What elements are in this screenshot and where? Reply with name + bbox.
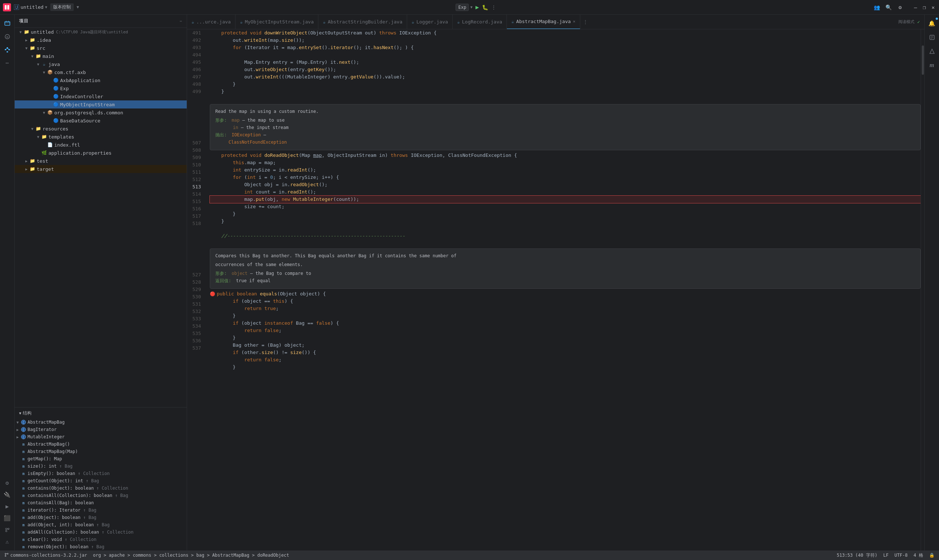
vcs-label[interactable]: 版本控制 <box>50 3 74 11</box>
status-readonly[interactable]: 🔒 <box>929 552 934 558</box>
struct-containsall-col[interactable]: ▶ m containsAll(Collection): boolean ↑ B… <box>15 492 187 499</box>
scrollbar-track[interactable] <box>920 29 924 551</box>
tab-abstractsb[interactable]: ☕ AbstractStringBuilder.java <box>318 15 407 29</box>
struct-containsall-bag[interactable]: ▶ m containsAll(Bag): boolean <box>15 499 187 506</box>
struct-remove[interactable]: ▶ m remove(Object): boolean ↑ Bag <box>15 543 187 551</box>
sidebar-icon-settings[interactable]: ⚙ <box>2 477 13 489</box>
struct-mutableinteger[interactable]: ▶ C MutableInteger <box>15 433 187 440</box>
struct-addall[interactable]: ▶ m addAll(Collection): boolean ↑ Collec… <box>15 528 187 536</box>
struct-add-obj[interactable]: ▶ m add(Object): boolean ↑ Bag <box>15 514 187 521</box>
struct-constructor2[interactable]: ▶ m AbstractMapBag(Map) <box>15 448 187 455</box>
settings-icon[interactable]: ⚙ <box>896 4 904 11</box>
tab-logger-icon: ☕ <box>412 19 414 25</box>
ln-doc3 <box>187 110 201 117</box>
right-sidebar-icon-m[interactable]: m <box>926 59 938 71</box>
sidebar-icon-run[interactable]: ▶ <box>2 501 13 512</box>
struct-getcount[interactable]: ▶ m getCount(Object): int ↑ Bag <box>15 477 187 485</box>
tree-item-src[interactable]: ▼ 📁 src <box>15 44 187 52</box>
search-icon[interactable]: 🔍 <box>885 4 892 11</box>
tree-item-exp[interactable]: ▶ 🔵 Exp <box>15 84 187 92</box>
tree-item-package-ctf[interactable]: ▼ 📦 com.ctf.axb <box>15 68 187 76</box>
struct-iterator[interactable]: ▶ m iterator(): Iterator ↑ Bag <box>15 506 187 514</box>
tree-item-package-pg[interactable]: ▼ 📦 org.postgresql.ds.common <box>15 108 187 117</box>
struct-bagiterator[interactable]: ▶ C BagIterator <box>15 426 187 433</box>
file-tree-options[interactable]: ⋯ <box>180 19 182 23</box>
code-line-496: out.writeObject(entry.getKey()); <box>210 66 920 73</box>
struct-clear[interactable]: ▶ m clear(): void ↑ Collection <box>15 536 187 543</box>
tree-item-main[interactable]: ▼ 📁 main <box>15 52 187 60</box>
right-sidebar-icon-2[interactable] <box>926 45 938 57</box>
sidebar-icon-problems[interactable]: ⚠ <box>2 536 13 548</box>
tree-label-pg: org.postgresql.ds.common <box>54 110 123 115</box>
tab-close-icon[interactable]: ✕ <box>573 19 575 24</box>
package-icon-pg: 📦 <box>47 109 53 115</box>
ln-534: 534 <box>187 323 201 330</box>
tree-item-idea[interactable]: ▶ 📁 .idea <box>15 36 187 44</box>
encoding-text: UTF-8 <box>894 553 907 558</box>
close-button[interactable]: ✕ <box>930 5 936 10</box>
tree-item-java[interactable]: ▼ ☕ java <box>15 60 187 68</box>
project-title[interactable]: 🇺 untitled ▼ <box>14 5 47 10</box>
people-icon[interactable]: 👥 <box>873 4 880 11</box>
more-run-options[interactable]: ⋮ <box>491 5 496 10</box>
scrollbar-thumb[interactable] <box>922 45 924 75</box>
sidebar-icon-project[interactable] <box>2 18 13 29</box>
run-dropdown-icon[interactable]: ▼ <box>470 5 472 9</box>
tabs-more-button[interactable]: ⋮ <box>580 19 591 25</box>
tab-myobject[interactable]: ☕ MyObjectInputStream.java <box>236 15 318 29</box>
tree-item-index[interactable]: ▶ 🔵 IndexController <box>15 92 187 100</box>
status-lineending[interactable]: LF <box>883 552 888 558</box>
tree-item-target[interactable]: ▶ 📁 target <box>15 165 187 173</box>
notification-icon[interactable]: 🔔 <box>926 18 938 29</box>
reader-mode-label[interactable]: 阅读模式 <box>898 19 914 25</box>
structure-header[interactable]: ▼ 结构 <box>15 408 187 418</box>
struct-isempty-icon: m <box>20 471 26 477</box>
svg-text:C: C <box>23 428 25 432</box>
tree-item-test[interactable]: ▶ 📁 test <box>15 157 187 165</box>
tree-item-appprops[interactable]: ▶ 🌿 application.properties <box>15 149 187 157</box>
tree-item-base[interactable]: ▶ 🔵 BaseDataSource <box>15 117 187 125</box>
status-breadcrumb[interactable]: org > apache > commons > collections > b… <box>93 553 290 558</box>
code-area[interactable]: protected void downWriteObject(ObjectOut… <box>205 29 920 551</box>
tree-item-templates[interactable]: ▼ 📁 templates <box>15 133 187 141</box>
struct-constructor1[interactable]: ▶ m AbstractMapBag() <box>15 440 187 448</box>
sidebar-icon-bookmarks[interactable]: m <box>2 31 13 43</box>
struct-isempty[interactable]: ▶ m isEmpty(): boolean ↑ Collection <box>15 470 187 477</box>
sidebar-icon-git[interactable] <box>2 524 13 536</box>
maximize-button[interactable]: ❐ <box>921 5 927 10</box>
ln-511: 511 <box>187 169 201 176</box>
struct-root-class[interactable]: ▼ C AbstractMapBag <box>15 418 187 426</box>
struct-getmap[interactable]: ▶ m getMap(): Map <box>15 455 187 463</box>
minimize-button[interactable]: — <box>913 5 919 10</box>
struct-contains[interactable]: ▶ m contains(Object): boolean ↑ Collecti… <box>15 485 187 492</box>
tree-item-axb[interactable]: ▶ 🔵 AxbApplication <box>15 76 187 84</box>
status-encoding[interactable]: UTF-8 <box>894 552 907 558</box>
tree-item-resources[interactable]: ▼ 📁 resources <box>15 125 187 133</box>
struct-constructor2-icon: m <box>20 449 26 454</box>
debug-button[interactable]: 🐛 <box>482 5 488 10</box>
struct-size[interactable]: ▶ m size(): int ↑ Bag <box>15 463 187 470</box>
status-indent[interactable]: 4 格 <box>914 552 923 558</box>
tree-item-untitled[interactable]: ▼ 📁 untitled C:\CTF\00 Java题目环境\untitled <box>15 28 187 36</box>
run-button[interactable]: ▶ <box>475 4 479 11</box>
struct-add-int[interactable]: ▶ m add(Object, int): boolean ↑ Bag <box>15 521 187 528</box>
run-controls: Exp ▼ <box>456 4 472 11</box>
status-git[interactable]: commons-collections-3.2.2.jar <box>5 553 87 558</box>
ln-492: 492 <box>187 37 201 44</box>
status-position[interactable]: 513:53 (40 字符) <box>837 552 877 558</box>
run-config-select[interactable]: Exp <box>456 4 469 11</box>
sidebar-icon-more[interactable]: ⋯ <box>2 57 13 69</box>
tab-logger[interactable]: ☕ Logger.java <box>407 15 453 29</box>
tab-abstractmapbag[interactable]: ☕ AbstractMapBag.java ✕ <box>507 15 580 29</box>
tab-source[interactable]: ☕ ...urce.java <box>187 15 236 29</box>
tree-item-ftl[interactable]: ▶ 📄 index.ftl <box>15 141 187 149</box>
sidebar-icon-terminal[interactable]: ⬛ <box>2 512 13 524</box>
tab-logrecord[interactable]: ☕ LogRecord.java <box>453 15 507 29</box>
right-sidebar-icon-1[interactable] <box>926 32 938 43</box>
sidebar-icon-plugins[interactable]: 🔌 <box>2 489 13 501</box>
code-line-511: Object obj = in.readObject(); <box>210 181 920 188</box>
vcs-dropdown[interactable]: ▼ <box>77 5 79 9</box>
tree-item-myobject[interactable]: ▶ 🔵 MyObjectInputStream <box>15 100 187 108</box>
structure-arrow: ▼ <box>19 411 21 415</box>
sidebar-icon-structure[interactable] <box>2 44 13 56</box>
